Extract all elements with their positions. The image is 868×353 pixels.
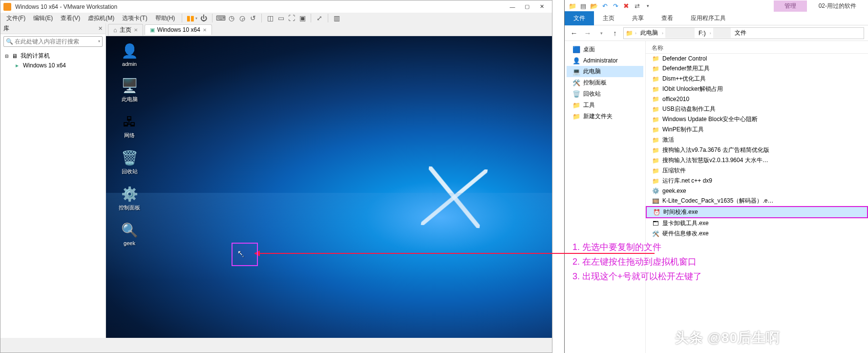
file-row[interactable]: 📁搜狗输入法v9.7a.3676 去广告精简优化版 bbox=[646, 145, 868, 155]
nav-this-pc[interactable]: 💻此电脑 bbox=[567, 66, 643, 77]
tree-vm[interactable]: ▸ Windows 10 x64 bbox=[4, 61, 102, 70]
unity-icon[interactable]: ▭ bbox=[276, 14, 285, 22]
new-folder-icon[interactable]: 📂 bbox=[589, 1, 599, 11]
ribbon-tab-home[interactable]: 主页 bbox=[594, 11, 623, 25]
file-row[interactable]: 📁office2010 bbox=[646, 94, 868, 104]
crumb-folder[interactable]: 文件 bbox=[733, 28, 748, 38]
file-row[interactable]: 🛠️硬件信息修改.exe bbox=[646, 228, 868, 239]
file-icon: 📁 bbox=[652, 126, 659, 134]
vmware-tabbar: ⌂ 主页 ✕ ▣ Windows 10 x64 ✕ bbox=[106, 23, 552, 36]
tab-vm[interactable]: ▣ Windows 10 x64 ✕ bbox=[145, 24, 212, 35]
geek-icon[interactable]: 🔍geek bbox=[115, 221, 144, 246]
toolbar-pause-button[interactable]: ▮▮▾ bbox=[186, 14, 197, 22]
stretch-icon[interactable]: ⤢ bbox=[315, 14, 324, 22]
file-row[interactable]: 🗔显卡卸载工具.exe bbox=[646, 218, 868, 228]
view-mode-icon[interactable]: ◫ bbox=[266, 14, 275, 22]
network-icon[interactable]: 🖧网络 bbox=[115, 113, 144, 139]
control-panel-icon-glyph: ⚙️ bbox=[121, 185, 138, 203]
menu-file[interactable]: 文件(F) bbox=[3, 13, 28, 23]
nav-control-panel[interactable]: 🛠️控制面板 bbox=[567, 77, 643, 88]
crumb-this-pc[interactable]: 此电脑 bbox=[638, 28, 660, 38]
multimon-icon[interactable]: ▣ bbox=[298, 14, 307, 22]
menu-help[interactable]: 帮助(H) bbox=[152, 13, 178, 23]
nav-new-folder[interactable]: 📁新建文件夹 bbox=[567, 111, 643, 122]
file-row[interactable]: 🎞️K-Lite_Codec_Pack_v1635（解码器）.e… bbox=[646, 196, 868, 206]
file-name: 搜狗输入法智慧版v2.0.13.9604 大水牛… bbox=[662, 156, 768, 165]
properties-icon[interactable]: ▤ bbox=[578, 1, 588, 11]
file-icon: 📁 bbox=[652, 136, 659, 144]
context-tab-manage[interactable]: 管理 bbox=[774, 0, 807, 12]
tab-home-close[interactable]: ✕ bbox=[134, 27, 138, 33]
file-row[interactable]: 📁激活 bbox=[646, 135, 868, 145]
nav-recycle[interactable]: 🗑️回收站 bbox=[567, 88, 643, 100]
menu-tabs[interactable]: 选项卡(T) bbox=[119, 13, 150, 23]
nav-up-button[interactable]: ↑ bbox=[610, 28, 620, 39]
maximize-button[interactable]: ▢ bbox=[520, 2, 534, 12]
nav-history-button[interactable]: ▾ bbox=[596, 28, 607, 39]
undo-icon[interactable]: ↶ bbox=[600, 1, 610, 11]
file-row[interactable]: 📁Defender禁用工具 bbox=[646, 63, 868, 74]
menu-edit[interactable]: 编辑(E) bbox=[30, 13, 56, 23]
search-dropdown-icon[interactable]: ▾ bbox=[98, 39, 100, 43]
minimize-button[interactable]: — bbox=[505, 2, 520, 12]
ribbon-tab-apptools[interactable]: 应用程序工具 bbox=[682, 11, 735, 25]
nav-forward-button[interactable]: → bbox=[582, 28, 593, 39]
vm-viewport[interactable]: 👤admin🖥️此电脑🖧网络🗑️回收站⚙️控制面板🔍geek bbox=[106, 36, 552, 338]
ribbon-tab-file[interactable]: 文件 bbox=[565, 11, 594, 25]
file-row[interactable]: 📁搜狗输入法智慧版v2.0.13.9604 大水牛… bbox=[646, 155, 868, 166]
file-row[interactable]: ⏰时间校准.exe bbox=[646, 206, 868, 218]
nav-back-button[interactable]: ← bbox=[569, 28, 579, 39]
file-row[interactable]: 📁压缩软件 bbox=[646, 166, 868, 176]
revert-icon[interactable]: ↺ bbox=[249, 14, 257, 22]
tab-vm-close[interactable]: ✕ bbox=[203, 27, 207, 33]
menu-vm[interactable]: 虚拟机(M) bbox=[85, 13, 117, 23]
file-row[interactable]: 📁Defender Control bbox=[646, 54, 868, 63]
vm-tab-icon: ▣ bbox=[150, 27, 155, 33]
tree-root[interactable]: ⊟ 🖥 我的计算机 bbox=[4, 51, 102, 61]
nav-desktop[interactable]: 🟦桌面 bbox=[567, 44, 643, 55]
fullscreen-icon[interactable]: ⛶ bbox=[287, 14, 296, 22]
recycle-bin-icon[interactable]: 🗑️回收站 bbox=[115, 149, 144, 175]
ribbon-tab-share[interactable]: 共享 bbox=[623, 11, 653, 25]
control-panel-icon[interactable]: ⚙️控制面板 bbox=[115, 185, 144, 211]
file-row[interactable]: 📁运行库.net c++ dx9 bbox=[646, 176, 868, 186]
address-box[interactable]: 📁 › 此电脑 › F:) › 文件 bbox=[623, 27, 864, 39]
nav-administrator[interactable]: 👤Administrator bbox=[567, 55, 643, 66]
qat-dropdown-icon[interactable]: ▾ bbox=[643, 1, 653, 11]
ribbon-tab-view[interactable]: 查看 bbox=[653, 11, 682, 25]
rename-icon[interactable]: ⇄ bbox=[632, 1, 642, 11]
admin-icon[interactable]: 👤admin bbox=[115, 42, 144, 67]
file-row[interactable]: 📁Windows Update Block安全中心阻断 bbox=[646, 114, 868, 125]
vmware-titlebar[interactable]: Windows 10 x64 - VMware Workstation — ▢ … bbox=[0, 0, 552, 13]
file-row[interactable]: 📁WinPE制作工具 bbox=[646, 125, 868, 135]
console-icon[interactable]: ▥ bbox=[332, 14, 341, 22]
library-search-input[interactable] bbox=[3, 36, 103, 47]
snapshot-icon[interactable]: ◷ bbox=[227, 14, 236, 22]
toolbar-power-button[interactable]: ⏻ bbox=[199, 14, 208, 22]
snapshot-manager-icon[interactable]: ◶ bbox=[238, 14, 247, 22]
crumb-drive[interactable]: F:) bbox=[697, 29, 708, 38]
file-name: Dism++优化工具 bbox=[662, 75, 706, 83]
file-row[interactable]: ⚙️geek.exe bbox=[646, 186, 868, 196]
watermark: 头条 @80后生啊 bbox=[675, 329, 780, 347]
column-name[interactable]: 名称 bbox=[652, 44, 862, 52]
library-close-button[interactable]: ✕ bbox=[98, 25, 103, 32]
this-pc-icon[interactable]: 🖥️此电脑 bbox=[115, 77, 144, 103]
tab-home[interactable]: ⌂ 主页 ✕ bbox=[108, 24, 143, 36]
library-search: 🔍 ▾ bbox=[3, 36, 103, 47]
menu-view[interactable]: 查看(V) bbox=[58, 13, 83, 23]
nav-tools[interactable]: 📁工具 bbox=[567, 100, 643, 111]
file-row[interactable]: 📁Dism++优化工具 bbox=[646, 74, 868, 84]
collapse-icon[interactable]: ⊟ bbox=[4, 54, 9, 59]
close-button[interactable]: ✕ bbox=[534, 2, 549, 12]
redo-icon[interactable]: ↷ bbox=[611, 1, 620, 11]
list-header[interactable]: 名称 bbox=[646, 43, 868, 54]
file-row[interactable]: 📁USB启动盘制作工具 bbox=[646, 104, 868, 114]
this-pc-icon-glyph: 🖥️ bbox=[121, 77, 138, 94]
delete-icon[interactable]: ✖ bbox=[621, 1, 631, 11]
send-cad-icon[interactable]: ⌨ bbox=[216, 14, 225, 22]
file-row[interactable]: 📁IObit Unlocker解锁占用 bbox=[646, 84, 868, 94]
file-name: 显卡卸载工具.exe bbox=[662, 219, 709, 228]
file-name: Defender Control bbox=[662, 55, 707, 62]
folder-icon[interactable]: 📁 bbox=[568, 1, 577, 11]
